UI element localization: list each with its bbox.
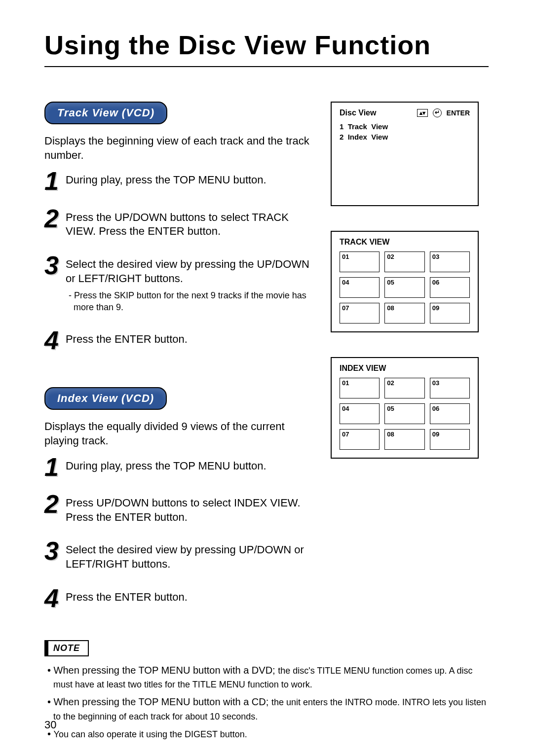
step-number: 1 [44, 171, 59, 192]
title-rule [44, 66, 489, 67]
step-number: 2 [44, 494, 59, 515]
track-cell: 06 [430, 277, 470, 298]
index-cell: 04 [340, 403, 380, 424]
step-text: Select the desired view by pressing UP/D… [66, 541, 311, 571]
track-cell: 01 [340, 252, 380, 272]
index-step: 1 During play, press the TOP MENU button… [44, 457, 311, 478]
track-cell: 09 [430, 303, 470, 324]
step-text: Press the ENTER button. [66, 588, 188, 605]
index-grid-title: INDEX VIEW [340, 364, 470, 373]
index-step: 3 Select the desired view by pressing UP… [44, 541, 311, 571]
index-cell: 05 [384, 403, 424, 424]
step-text: Press UP/DOWN buttons to select INDEX VI… [66, 494, 311, 524]
disc-view-title: Disc View [340, 108, 376, 117]
track-step: 3 Select the desired view by pressing th… [44, 255, 311, 314]
index-cell: 06 [430, 403, 470, 424]
note-lead: When pressing the TOP MENU button with a… [54, 696, 271, 707]
step-text: During play, press the TOP MENU button. [66, 171, 266, 187]
index-cell: 09 [430, 429, 470, 450]
index-cell: 03 [430, 378, 470, 398]
step-number: 4 [44, 588, 59, 609]
note-item: When pressing the TOP MENU button with a… [44, 695, 489, 722]
note-label: NOTE [44, 640, 89, 656]
step-number: 3 [44, 255, 59, 276]
track-cell: 08 [384, 303, 424, 324]
disc-view-panel: Disc View ▴▾ ↵ ENTER 1 Track View 2 Inde… [331, 102, 479, 206]
index-cell: 01 [340, 378, 380, 398]
index-view-grid: INDEX VIEW 01 02 03 04 05 06 07 08 09 [331, 357, 479, 459]
index-step: 4 Press the ENTER button. [44, 588, 311, 609]
track-view-label: Track View (VCD) [44, 102, 167, 124]
page-title: Using the Disc View Function [44, 30, 489, 60]
updown-icon: ▴▾ [417, 109, 428, 117]
step-number: 4 [44, 330, 59, 351]
index-cell: 08 [384, 429, 424, 450]
enter-icon: ↵ [433, 108, 442, 117]
step-text: During play, press the TOP MENU button. [66, 457, 266, 473]
index-view-label: Index View (VCD) [44, 387, 167, 410]
note-item: When pressing the TOP MENU button with a… [44, 663, 489, 691]
disc-view-menu-item: 2 Index View [340, 132, 470, 142]
index-view-section: Index View (VCD) Displays the equally di… [44, 387, 311, 609]
step-text: Select the desired view by pressing the … [66, 257, 311, 286]
index-cell: 02 [384, 378, 424, 398]
track-cell: 07 [340, 303, 380, 324]
track-cell: 02 [384, 252, 424, 272]
track-view-grid: TRACK VIEW 01 02 03 04 05 06 07 08 09 [331, 231, 479, 332]
track-cell: 04 [340, 277, 380, 298]
step-number: 1 [44, 457, 59, 478]
step-text: Press the ENTER button. [66, 330, 188, 347]
note-section: NOTE When pressing the TOP MENU button w… [44, 640, 489, 741]
disc-view-menu-item: 1 Track View [340, 121, 470, 132]
step-number: 2 [44, 209, 59, 229]
track-view-intro: Displays the beginning view of each trac… [44, 134, 311, 162]
track-view-section: Track View (VCD) Displays the beginning … [44, 102, 311, 351]
track-step: 4 Press the ENTER button. [44, 330, 311, 351]
index-cell: 07 [340, 429, 380, 450]
note-item: You can also operate it using the DIGEST… [44, 727, 489, 741]
track-grid-title: TRACK VIEW [340, 238, 470, 247]
step-subtext: - Press the SKIP button for the next 9 t… [66, 289, 311, 314]
note-lead: When pressing the TOP MENU button with a… [54, 665, 278, 676]
enter-label: ENTER [447, 109, 470, 117]
page-number: 30 [44, 719, 56, 731]
track-cell: 05 [384, 277, 424, 298]
step-text: Press the UP/DOWN buttons to select TRAC… [66, 209, 311, 239]
note-tail: You can also operate it using the DIGEST… [54, 729, 247, 739]
step-number: 3 [44, 541, 59, 562]
track-cell: 03 [430, 252, 470, 272]
index-step: 2 Press UP/DOWN buttons to select INDEX … [44, 494, 311, 524]
index-view-intro: Displays the equally divided 9 views of … [44, 420, 311, 448]
track-step: 2 Press the UP/DOWN buttons to select TR… [44, 209, 311, 239]
track-step: 1 During play, press the TOP MENU button… [44, 171, 311, 192]
